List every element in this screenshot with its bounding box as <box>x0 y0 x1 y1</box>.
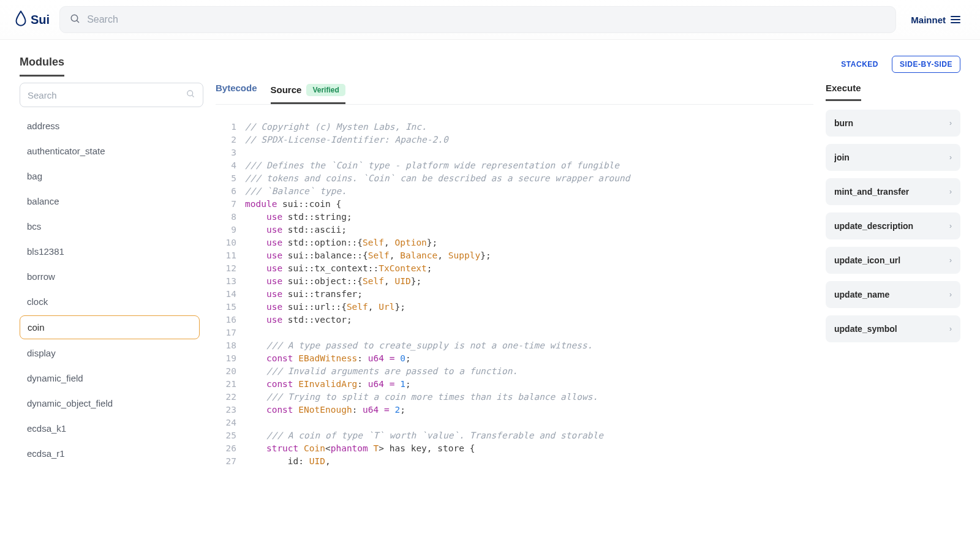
execute-item-update_icon_url[interactable]: update_icon_url› <box>826 247 960 274</box>
line-number: 24 <box>216 416 245 429</box>
execute-item-mint_and_transfer[interactable]: mint_and_transfer› <box>826 178 960 205</box>
code-line: 18 /// A type passed to create_supply is… <box>216 339 813 352</box>
svg-point-2 <box>187 91 193 96</box>
line-number: 22 <box>216 391 245 404</box>
code-content: use std::string; <box>245 211 813 224</box>
line-number: 11 <box>216 249 245 262</box>
code-content: use std::option::{Self, Option}; <box>245 236 813 249</box>
code-line: 27 id: UID, <box>216 455 813 468</box>
code-tabs: Bytecode Source Verified <box>216 83 813 105</box>
code-line: 7module sui::coin { <box>216 198 813 211</box>
module-item-authenticator_state[interactable]: authenticator_state <box>20 140 200 162</box>
line-number: 25 <box>216 429 245 442</box>
modules-search[interactable] <box>20 83 203 107</box>
module-item-dynamic_field[interactable]: dynamic_field <box>20 367 200 389</box>
code-content: use std::vector; <box>245 314 813 326</box>
line-number: 16 <box>216 314 245 326</box>
module-item-balance[interactable]: balance <box>20 190 200 212</box>
view-toggle: STACKED SIDE-BY-SIDE <box>834 56 960 73</box>
line-number: 20 <box>216 365 245 378</box>
execute-list: burn›join›mint_and_transfer›update_descr… <box>826 110 960 342</box>
module-item-ecdsa_r1[interactable]: ecdsa_r1 <box>20 442 200 465</box>
svg-line-3 <box>192 95 194 97</box>
code-content: use std::ascii; <box>245 224 813 236</box>
code-content: /// Invalid arguments are passed to a fu… <box>245 365 813 378</box>
execute-item-update_symbol[interactable]: update_symbol› <box>826 315 960 342</box>
code-viewer[interactable]: 1// Copyright (c) Mysten Labs, Inc.2// S… <box>216 111 813 531</box>
line-number: 12 <box>216 262 245 275</box>
code-content <box>245 416 813 429</box>
view-stacked-button[interactable]: STACKED <box>834 56 886 72</box>
modules-search-input[interactable] <box>28 90 181 100</box>
module-item-address[interactable]: address <box>20 115 200 137</box>
line-number: 1 <box>216 121 245 134</box>
menu-icon <box>951 16 960 23</box>
brand-logo[interactable]: Sui <box>15 10 50 29</box>
module-item-clock[interactable]: clock <box>20 290 200 313</box>
execute-item-burn[interactable]: burn› <box>826 110 960 137</box>
line-number: 27 <box>216 455 245 468</box>
execute-item-label: update_symbol <box>834 324 897 334</box>
execute-item-join[interactable]: join› <box>826 144 960 171</box>
line-number: 10 <box>216 236 245 249</box>
code-content <box>245 146 813 159</box>
line-number: 17 <box>216 326 245 339</box>
code-content: /// Trying to split a coin more times th… <box>245 391 813 404</box>
svg-line-1 <box>77 20 79 23</box>
code-line: 5/// tokens and coins. `Coin` can be des… <box>216 172 813 185</box>
sui-drop-icon <box>15 10 27 29</box>
code-line: 25 /// A coin of type `T` worth `value`.… <box>216 429 813 442</box>
code-line: 11 use sui::balance::{Self, Balance, Sup… <box>216 249 813 262</box>
network-label: Mainnet <box>911 15 946 25</box>
module-item-bls12381[interactable]: bls12381 <box>20 240 200 263</box>
module-item-bag[interactable]: bag <box>20 165 200 187</box>
execute-item-label: mint_and_transfer <box>834 187 909 197</box>
execute-panel: Execute burn›join›mint_and_transfer›upda… <box>826 83 960 531</box>
code-line: 20 /// Invalid arguments are passed to a… <box>216 365 813 378</box>
svg-point-0 <box>71 15 78 21</box>
code-line: 10 use std::option::{Self, Option}; <box>216 236 813 249</box>
code-line: 12 use sui::tx_context::TxContext; <box>216 262 813 275</box>
modules-sidebar: addressauthenticator_statebagbalancebcsb… <box>20 83 203 531</box>
execute-item-label: join <box>834 152 850 162</box>
module-item-bcs[interactable]: bcs <box>20 215 200 238</box>
module-item-ecdsa_k1[interactable]: ecdsa_k1 <box>20 417 200 440</box>
code-content: // Copyright (c) Mysten Labs, Inc. <box>245 121 813 134</box>
code-line: 24 <box>216 416 813 429</box>
line-number: 21 <box>216 378 245 391</box>
line-number: 7 <box>216 198 245 211</box>
code-content: /// A type passed to create_supply is no… <box>245 339 813 352</box>
execute-item-update_name[interactable]: update_name› <box>826 281 960 308</box>
code-content: use sui::tx_context::TxContext; <box>245 262 813 275</box>
line-number: 18 <box>216 339 245 352</box>
execute-item-label: update_name <box>834 290 889 299</box>
code-content: /// A coin of type `T` worth `value`. Tr… <box>245 429 813 442</box>
module-item-coin[interactable]: coin <box>20 315 200 339</box>
execute-item-update_description[interactable]: update_description› <box>826 212 960 239</box>
network-selector[interactable]: Mainnet <box>906 15 965 25</box>
line-number: 9 <box>216 224 245 236</box>
chevron-right-icon: › <box>949 325 952 333</box>
view-side-by-side-button[interactable]: SIDE-BY-SIDE <box>892 56 960 73</box>
module-item-borrow[interactable]: borrow <box>20 265 200 288</box>
code-line: 23 const ENotEnough: u64 = 2; <box>216 404 813 416</box>
tab-bytecode[interactable]: Bytecode <box>216 83 257 99</box>
top-bar: Sui Mainnet <box>0 0 980 40</box>
module-item-display[interactable]: display <box>20 342 200 364</box>
code-content: /// `Balance` type. <box>245 185 813 198</box>
module-item-dynamic_object_field[interactable]: dynamic_object_field <box>20 392 200 415</box>
modules-list[interactable]: addressauthenticator_statebagbalancebcsb… <box>20 115 203 528</box>
global-search[interactable] <box>59 6 896 33</box>
code-content: module sui::coin { <box>245 198 813 211</box>
code-line: 15 use sui::url::{Self, Url}; <box>216 301 813 314</box>
line-number: 23 <box>216 404 245 416</box>
line-number: 3 <box>216 146 245 159</box>
code-line: 4/// Defines the `Coin` type - platform … <box>216 159 813 172</box>
code-content: /// Defines the `Coin` type - platform w… <box>245 159 813 172</box>
code-content: use sui::object::{Self, UID}; <box>245 275 813 288</box>
global-search-input[interactable] <box>87 14 886 25</box>
search-icon <box>186 89 195 100</box>
tab-source[interactable]: Source Verified <box>271 84 345 104</box>
code-line: 22 /// Trying to split a coin more times… <box>216 391 813 404</box>
line-number: 15 <box>216 301 245 314</box>
